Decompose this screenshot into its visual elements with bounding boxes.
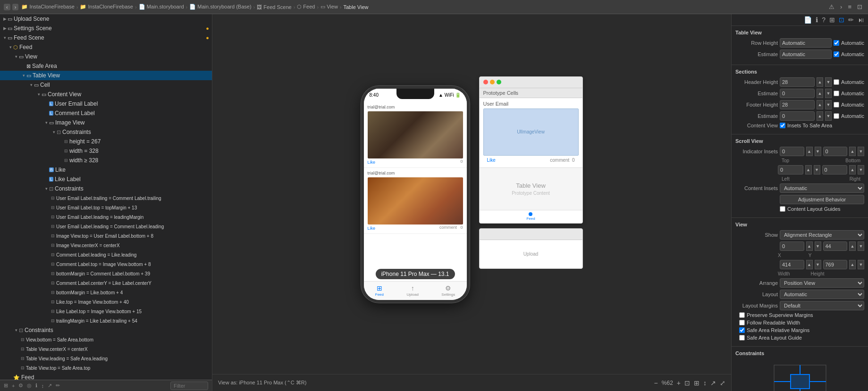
canvas-zoom-icon-4[interactable]: ↗ [710, 379, 716, 387]
inspector-icon-pen[interactable]: ✏ [848, 16, 854, 24]
tree-item-image-view[interactable]: ▾ ▭ Image View [0, 118, 212, 127]
footer-height-input[interactable] [780, 100, 815, 109]
breadcrumb-item-3[interactable]: 📄 Main.storyboard [139, 4, 184, 10]
canvas-zoom-icon-3[interactable]: ↕ [703, 379, 707, 387]
header-estimate-input[interactable] [780, 89, 815, 98]
inspector-icon-doc[interactable]: 📄 [804, 16, 812, 24]
maximize-dot[interactable] [497, 80, 501, 84]
header-height-stepper-up[interactable]: ▲ [817, 77, 823, 87]
tree-item-width-328[interactable]: ▶ ⊟ width = 328 [0, 146, 212, 156]
indicator-insets-input[interactable] [780, 147, 804, 156]
tree-item-feed-scene[interactable]: ▾ ▭ Feed Scene ● [0, 33, 212, 42]
tree-item-content-view[interactable]: ▾ ▭ Content View [0, 90, 212, 99]
tree-item-settings-scene[interactable]: ▶ ▭ Settings Scene ● [0, 24, 212, 33]
tree-item-height-267[interactable]: ▶ ⊟ height = 267 [0, 137, 212, 146]
tree-item-constraint-14[interactable]: ⊟ trailingMargin = Like Label.trailing +… [0, 316, 212, 325]
content-layout-checkbox[interactable] [780, 206, 785, 212]
safe-area-layout-checkbox[interactable] [739, 335, 745, 341]
tree-item-constraint-7[interactable]: ⊟ Comment Label.leading = Like.leading [0, 250, 212, 259]
width-input[interactable] [780, 260, 804, 269]
breadcrumb-item-4[interactable]: 📄 Main.storyboard (Base) [189, 4, 251, 10]
layout-margins-select[interactable]: Default [780, 301, 864, 310]
cell-like-link[interactable]: Like [487, 158, 496, 163]
breadcrumb-item-5[interactable]: 🖼 Feed Scene [257, 4, 291, 10]
width-stepper-down[interactable]: ▼ [815, 260, 821, 269]
tree-item-constraint-4[interactable]: ⊟ User Email Label.leading = Comment Lab… [0, 222, 212, 231]
indicator-stepper-down[interactable]: ▼ [815, 147, 821, 156]
phone-tab-upload[interactable]: ↑ Upload [406, 284, 418, 297]
tree-item-like-label[interactable]: ▶ L Like Label [0, 175, 212, 184]
footer-estimate-input[interactable] [780, 111, 815, 121]
height-input[interactable] [823, 260, 848, 269]
tree-item-user-email-label[interactable]: ▶ L User Email Label [0, 99, 212, 108]
show-select[interactable]: Alignment Rectangle [780, 230, 864, 240]
footer-estimate-stepper-up[interactable]: ▲ [817, 111, 823, 121]
tree-item-cell[interactable]: ▾ ▭ Cell [0, 80, 212, 90]
post1-like-button[interactable]: Like [368, 160, 376, 165]
tree-item-view-constraint-1[interactable]: ⊟ View.bottom = Safe Area.bottom [0, 335, 212, 344]
height-stepper-down[interactable]: ▼ [858, 260, 864, 269]
storyboard-tab-feed[interactable]: Feed [526, 212, 535, 221]
breadcrumb-item-8-active[interactable]: Table View [344, 4, 369, 10]
footer-height-stepper-down[interactable]: ▼ [825, 100, 832, 109]
header-estimate-checkbox[interactable] [834, 91, 839, 96]
zoom-in-button[interactable]: + [677, 379, 681, 387]
tree-item-constraint-10[interactable]: ⊟ Comment Label.centerY = Like Label.cen… [0, 278, 212, 288]
warning-button[interactable]: ⚠ [827, 2, 836, 11]
arrange-select[interactable]: Position View [780, 278, 864, 288]
tree-item-constraint-3[interactable]: ⊟ User Email Label.leading = leadingMarg… [0, 212, 212, 222]
tree-item-view[interactable]: ▾ ▭ View [0, 52, 212, 61]
inspector-icon-grid[interactable]: ⊞ [829, 16, 835, 24]
layout-select[interactable]: Automatic [780, 290, 864, 299]
nav-forward-button[interactable]: › [12, 4, 19, 10]
tree-item-upload-scene[interactable]: ▶ ▭ Upload Scene [0, 14, 212, 24]
header-height-checkbox[interactable] [834, 79, 839, 85]
adjustment-behavior-button[interactable]: Adjustment Behavior [780, 195, 864, 204]
y-input[interactable] [823, 241, 848, 251]
indicator-bottom-stepper-up[interactable]: ▲ [849, 147, 856, 156]
canvas-zoom-icon-1[interactable]: ⊡ [684, 379, 690, 387]
phone-feed-content[interactable]: trial@trial.com Like 0 [364, 102, 467, 281]
tree-item-constraint-5[interactable]: ⊟ Image View.top = User Email Label.bott… [0, 231, 212, 241]
height-stepper-up[interactable]: ▲ [849, 260, 856, 269]
tree-item-feed[interactable]: ▾ ⬡ Feed [0, 42, 212, 52]
forward-nav-button[interactable]: › [838, 2, 844, 11]
indicator-bottom-input[interactable] [823, 147, 848, 156]
tree-item-constraint-12[interactable]: ⊟ Like.top = Image View.bottom + 40 [0, 297, 212, 307]
tree-item-view-constraint-2[interactable]: ⊟ Table View.centerX = centerX [0, 344, 212, 354]
header-estimate-stepper-up[interactable]: ▲ [817, 89, 823, 98]
preserve-superview-checkbox[interactable] [739, 312, 745, 318]
phone-tab-settings[interactable]: ⚙ Settings [441, 284, 455, 297]
row-height-input[interactable] [780, 38, 832, 48]
indicator-right-stepper-down[interactable]: ▼ [858, 165, 864, 175]
breadcrumb-item-2[interactable]: 📁 InstaCloneFirebase [80, 4, 133, 10]
tree-item-constraint-8[interactable]: ⊟ Comment Label.top = Image View.bottom … [0, 259, 212, 269]
inspector-icon-info[interactable]: ℹ [816, 16, 818, 24]
header-height-input[interactable] [780, 77, 815, 87]
tree-item-constraint-2[interactable]: ⊟ User Email Label.top = topMargin + 13 [0, 203, 212, 212]
tree-item-width-ge-328[interactable]: ▶ ⊟ width ≥ 328 [0, 156, 212, 165]
breadcrumb-item-7[interactable]: ▭ View [320, 4, 338, 10]
x-stepper-up[interactable]: ▲ [806, 241, 813, 251]
estimate-input[interactable] [780, 50, 832, 59]
canvas-zoom-icon-2[interactable]: ⊞ [694, 379, 699, 387]
indicator-left-input[interactable] [778, 165, 803, 175]
row-height-checkbox[interactable] [834, 40, 839, 46]
tree-item-constraints-imageview[interactable]: ▾ ⊡ Constraints [0, 127, 212, 137]
split-button[interactable]: ⊡ [855, 2, 864, 11]
tree-item-constraint-9[interactable]: ⊟ bottomMargin = Comment Label.bottom + … [0, 269, 212, 278]
tree-item-constraints-view[interactable]: ▾ ⊡ Constraints [0, 325, 212, 335]
tree-item-view-constraint-4[interactable]: ⊟ Table View.top = Safe Area.top [0, 363, 212, 373]
tree-item-constraints-content[interactable]: ▾ ⊡ Constraints [0, 184, 212, 193]
tree-item-constraint-1[interactable]: ⊟ User Email Label.trailing = Comment La… [0, 193, 212, 203]
content-insets-select[interactable]: Automatic [780, 183, 864, 193]
y-stepper-down[interactable]: ▼ [858, 241, 864, 251]
footer-height-checkbox[interactable] [834, 102, 839, 108]
filter-input[interactable] [170, 382, 208, 390]
content-view-checkbox[interactable] [780, 123, 785, 128]
breadcrumb-item-1[interactable]: 📁 InstaCloneFirebase [21, 4, 74, 10]
width-stepper-up[interactable]: ▲ [806, 260, 813, 269]
indicator-right-input[interactable] [822, 165, 848, 175]
footer-estimate-checkbox[interactable] [834, 113, 839, 119]
menu-button[interactable]: ≡ [846, 2, 853, 11]
